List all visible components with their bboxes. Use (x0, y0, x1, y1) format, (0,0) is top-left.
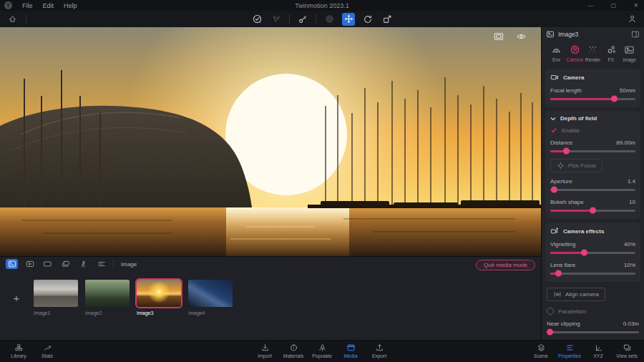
distance-value: 89.00m (616, 140, 635, 146)
home-icon[interactable] (6, 13, 19, 26)
probe-tool-icon[interactable] (296, 13, 309, 26)
lens-flare-slider[interactable] (550, 270, 635, 277)
dock-media[interactable]: Media (336, 343, 365, 358)
quit-media-mode-button[interactable]: Quit media mode (476, 260, 535, 270)
dock-label: Library (11, 353, 26, 358)
dock-label: Export (372, 353, 386, 358)
thumbnail-preview (34, 280, 78, 307)
eye-icon[interactable] (516, 32, 527, 41)
dof-header[interactable]: Depth of field (550, 115, 635, 122)
camera-icon (550, 73, 559, 82)
bokeh-shape-slider[interactable] (550, 207, 635, 214)
xyz-axes-icon (594, 343, 603, 352)
dock-library[interactable]: Library (4, 343, 33, 358)
media-thumbnail-image3[interactable]: Image3 (137, 280, 181, 315)
dock-label: Materials (283, 353, 303, 358)
dock-label: Properties (558, 353, 581, 358)
dock-xyz[interactable]: XYZ (584, 343, 613, 358)
presentation-media-icon[interactable] (59, 259, 72, 269)
distance-slider[interactable] (550, 147, 635, 155)
media-thumbnail-image2[interactable]: Image2 (85, 280, 130, 315)
dof-enable[interactable]: Enable (550, 127, 635, 134)
aperture-slider[interactable] (550, 186, 635, 193)
menu-help[interactable]: Help (64, 2, 77, 9)
align-camera-button[interactable]: Align camera (547, 288, 605, 301)
dock-materials[interactable]: Materials (279, 343, 308, 358)
tab-render[interactable]: Render (584, 44, 602, 62)
menu-edit[interactable]: Edit (43, 2, 54, 9)
vignetting-slider[interactable] (550, 249, 635, 256)
camera-section-title: Camera (563, 74, 584, 81)
main-toolbar (0, 11, 644, 27)
distance-label: Distance (550, 140, 572, 146)
tab-fx[interactable]: FX (602, 44, 620, 62)
dock-label: XYZ (593, 353, 603, 358)
chevron-down-icon (550, 116, 556, 122)
bottom-dock: Library Stats Import Materials Populate … (0, 340, 644, 362)
dock-properties[interactable]: Properties (555, 343, 584, 358)
close-button[interactable]: ✕ (633, 2, 638, 9)
pick-focus-button[interactable]: Pick Focus (550, 159, 602, 172)
tab-camera[interactable]: Camera (566, 44, 584, 62)
lens-flare-row: Lens flare 10% (550, 262, 635, 268)
distance-row: Distance 89.00m (550, 140, 635, 146)
pick-focus-label: Pick Focus (568, 162, 596, 169)
panel-tabs: Env Camera Render FX Image (542, 40, 644, 65)
dock-view-sets[interactable]: View sets (613, 343, 641, 358)
focal-length-row: Focal length 50mm (550, 87, 635, 94)
dock-label: Scene (534, 353, 548, 358)
camera-effects-section: Camera effects Vignetting 40% Lens flare… (545, 222, 640, 282)
safe-frame-icon[interactable] (494, 32, 504, 41)
vignetting-row: Vignetting 40% (550, 241, 635, 248)
align-camera-icon (553, 290, 562, 298)
parallelism-label: Parallelism (558, 308, 586, 315)
select-tool-icon[interactable] (270, 13, 283, 26)
dock-stats[interactable]: Stats (33, 343, 62, 358)
near-clipping-slider[interactable] (547, 328, 639, 336)
materials-icon (289, 343, 298, 352)
rotate-tool-icon[interactable] (361, 13, 374, 26)
vignetting-value: 40% (624, 241, 635, 248)
media-thumbnail-image4[interactable]: Image4 (188, 280, 233, 315)
properties-panel: Image3 Env Camera Render FX Image (541, 27, 644, 340)
menu-file[interactable]: File (22, 2, 33, 9)
parallelism-toggle[interactable]: Parallelism (542, 308, 644, 315)
aperture-label: Aperture (550, 178, 572, 185)
move-tool-icon[interactable] (342, 13, 355, 26)
phasing-media-icon[interactable] (77, 259, 89, 269)
sequencer-media-icon[interactable] (95, 259, 107, 269)
scale-tool-icon[interactable] (381, 13, 394, 26)
depth-of-field-section: Depth of field Enable Distance 89.00m Pi… (545, 111, 640, 219)
sunset-marina-render (0, 27, 541, 256)
crosshair-icon (557, 162, 565, 170)
minimize-button[interactable]: — (588, 2, 594, 9)
media-thumbnail-image1[interactable]: Image1 (34, 280, 78, 315)
focal-length-slider[interactable] (550, 95, 635, 102)
image-media-icon[interactable] (6, 259, 18, 269)
sphere-tool-icon[interactable] (323, 13, 336, 26)
tab-image[interactable]: Image (620, 44, 638, 62)
focal-length-label: Focal length (550, 87, 582, 94)
3d-viewport[interactable] (0, 27, 541, 256)
tab-env[interactable]: Env (547, 44, 565, 62)
focal-length-value: 50mm (620, 87, 635, 94)
dock-populate[interactable]: Populate (308, 343, 336, 358)
maximize-button[interactable]: ▢ (611, 2, 617, 9)
aperture-value: 1.4 (628, 178, 635, 185)
dock-export[interactable]: Export (365, 343, 394, 358)
thumbnail-label: Image3 (137, 310, 181, 315)
panorama-media-icon[interactable] (42, 259, 54, 269)
dock-scene[interactable]: Scene (527, 343, 555, 358)
near-clipping-label: Near clipping (547, 321, 580, 327)
near-clipping-row: Near clipping 0.03m (547, 321, 639, 327)
media-mode-label: Image (121, 261, 137, 268)
user-icon[interactable] (625, 13, 638, 26)
align-camera-label: Align camera (565, 291, 599, 298)
title-bar: T File Edit Help Twinmotion 2023.1 — ▢ ✕ (0, 0, 644, 11)
video-media-icon[interactable] (24, 259, 36, 269)
dock-import[interactable]: Import (250, 343, 279, 358)
window-title: Twinmotion 2023.1 (295, 2, 349, 9)
panel-collapse-icon[interactable] (631, 30, 640, 39)
add-media-button[interactable]: + (9, 290, 24, 305)
confirm-check-icon[interactable] (250, 13, 263, 26)
